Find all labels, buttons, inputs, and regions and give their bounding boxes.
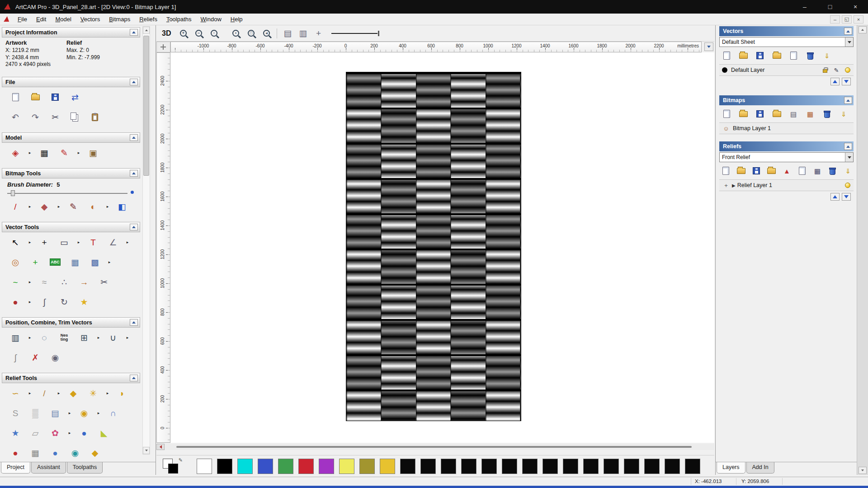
flyout-arrow-icon[interactable]: ▸	[27, 198, 33, 215]
palette-swatch[interactable]	[400, 459, 415, 474]
create-text-icon[interactable]: T	[85, 234, 101, 250]
create-arc-icon[interactable]: →	[76, 274, 92, 290]
delete-vector-layer-icon[interactable]	[804, 50, 816, 61]
relief-visibility-icon[interactable]	[844, 181, 852, 189]
flyout-arrow-icon[interactable]: ▸	[107, 254, 112, 270]
minimize-button[interactable]: –	[792, 0, 817, 14]
palette-swatch[interactable]	[685, 459, 700, 474]
scroll-left-button[interactable]	[156, 444, 165, 450]
palette-swatch[interactable]	[604, 459, 619, 474]
circular-array-icon[interactable]: ◌	[36, 329, 52, 346]
scroll-down-button[interactable]	[859, 467, 867, 474]
merge-bitmap-layers-icon[interactable]: ⇓	[837, 108, 850, 119]
palette-swatch[interactable]	[298, 459, 314, 474]
vector-layer-row[interactable]: Default Layer ✎	[719, 64, 854, 76]
move-layer-down-button[interactable]	[842, 193, 851, 201]
align-vectors-icon[interactable]: ▥	[7, 329, 24, 346]
ruler-options-button[interactable]	[704, 42, 713, 51]
view-3d-button[interactable]: 3D	[162, 29, 171, 38]
palette-swatch[interactable]	[644, 459, 660, 474]
paste-icon[interactable]	[87, 109, 103, 125]
palette-swatch[interactable]	[237, 459, 253, 474]
flyout-arrow-icon[interactable]: ▸	[27, 329, 33, 346]
merge-vector-layers-icon[interactable]: ⇓	[821, 50, 833, 61]
collapse-section-button[interactable]	[130, 79, 138, 85]
set-model-size-icon[interactable]: ◈	[7, 145, 24, 161]
panel-tab[interactable]: Add In	[746, 462, 774, 474]
menu-item[interactable]: File	[13, 14, 32, 24]
collapse-section-button[interactable]	[844, 28, 852, 35]
greyscale-model-icon[interactable]: ▦	[36, 145, 52, 161]
flyout-arrow-icon[interactable]: ▸	[27, 145, 33, 161]
menu-item[interactable]: Vectors	[76, 14, 104, 24]
palette-icon[interactable]: ◐	[85, 198, 101, 215]
create-polyline-icon[interactable]: +	[27, 254, 43, 270]
save-bitmap-layer-icon[interactable]	[754, 108, 766, 119]
zoom-box-icon[interactable]: ▫	[208, 28, 220, 39]
menu-item[interactable]: Edit	[32, 14, 51, 24]
swirl-relief-icon[interactable]: ◉	[67, 445, 83, 461]
paint-relief-icon[interactable]: ●	[7, 445, 24, 461]
open-relief-layer-icon[interactable]	[736, 165, 747, 176]
trim-vectors-icon[interactable]: ✂	[96, 274, 112, 290]
edit-layer-icon[interactable]: ✎	[832, 66, 840, 74]
create-spiral-icon[interactable]: ◉	[47, 349, 63, 366]
collapse-section-button[interactable]	[130, 375, 138, 381]
move-layer-up-button[interactable]	[830, 78, 840, 85]
text-abc-icon[interactable]: ABC	[47, 254, 63, 270]
palette-swatch[interactable]	[380, 459, 395, 474]
dome-relief-icon[interactable]: ∩	[105, 405, 121, 421]
flyout-arrow-icon[interactable]: ▸	[125, 234, 130, 250]
wedge-relief-icon[interactable]: ◣	[96, 425, 112, 441]
flood-fill-icon[interactable]: ◧	[114, 198, 130, 215]
wireframe-relief-icon[interactable]: ▒	[27, 405, 43, 421]
flyout-arrow-icon[interactable]: ▸	[56, 198, 61, 215]
panel-tab[interactable]: Toolpaths	[67, 462, 103, 474]
flyout-arrow-icon[interactable]: ▸	[76, 234, 81, 250]
flyout-arrow-icon[interactable]: ▸	[105, 385, 110, 401]
adjust-model-icon[interactable]: ✎	[56, 145, 72, 161]
flyout-arrow-icon[interactable]: ▸	[27, 234, 33, 250]
scroll-up-button[interactable]	[859, 26, 867, 33]
flyout-arrow-icon[interactable]: ▸	[27, 385, 33, 401]
bulge-relief-icon[interactable]: ●	[47, 445, 63, 461]
flyout-arrow-icon[interactable]: ▸	[27, 294, 33, 310]
palette-swatch[interactable]	[583, 459, 599, 474]
spin-relief-icon[interactable]: ◗	[114, 385, 130, 401]
flyout-arrow-icon[interactable]: ▸	[105, 198, 110, 215]
export-relief-icon[interactable]	[797, 165, 808, 176]
copy-icon[interactable]	[67, 109, 83, 125]
artwork-image[interactable]	[346, 72, 521, 421]
mdi-close-button[interactable]: ×	[854, 15, 863, 23]
flyout-arrow-icon[interactable]: ▸	[125, 329, 130, 346]
mdi-restore-button[interactable]: ◱	[842, 15, 852, 23]
new-vector-layer-icon[interactable]	[720, 50, 733, 61]
nesting-icon[interactable]: Nes ting	[56, 329, 72, 346]
create-curve-icon[interactable]: ~	[7, 274, 24, 290]
texture-relief-icon[interactable]: ✳	[85, 385, 101, 401]
layer-colour-icon[interactable]	[722, 67, 727, 73]
palette-swatch[interactable]	[319, 459, 334, 474]
palette-swatch[interactable]	[502, 459, 517, 474]
close-button[interactable]: ×	[843, 0, 868, 14]
flyout-arrow-icon[interactable]: ▸	[96, 405, 101, 421]
collapse-section-button[interactable]	[844, 97, 852, 104]
bitmap-attributes-icon[interactable]: ▤	[787, 108, 800, 119]
ruler-origin-icon[interactable]	[156, 42, 170, 52]
zoom-in-icon[interactable]: +	[177, 28, 189, 39]
menu-item[interactable]: Model	[51, 14, 75, 24]
vector-doctor-icon[interactable]: ✗	[27, 349, 43, 366]
flyout-arrow-icon[interactable]: ▸	[76, 145, 81, 161]
secondary-colour-swatch[interactable]	[168, 464, 178, 474]
layer-visibility-icon[interactable]	[844, 66, 852, 74]
vector-grid-icon[interactable]: ▦	[67, 254, 83, 270]
redo-icon[interactable]: ↷	[27, 109, 43, 125]
offset-vectors-icon[interactable]: ◎	[7, 254, 24, 270]
create-rectangle-icon[interactable]: ▭	[56, 234, 72, 250]
paint-brush-icon[interactable]: /	[7, 198, 24, 215]
flyout-arrow-icon[interactable]: ▸	[96, 329, 101, 346]
palette-swatch[interactable]	[258, 459, 273, 474]
zoom-objects-icon[interactable]: ▪	[230, 28, 241, 39]
colour-reduction-icon[interactable]: ▦	[804, 108, 816, 119]
rotate-vectors-icon[interactable]: ↻	[56, 294, 72, 310]
